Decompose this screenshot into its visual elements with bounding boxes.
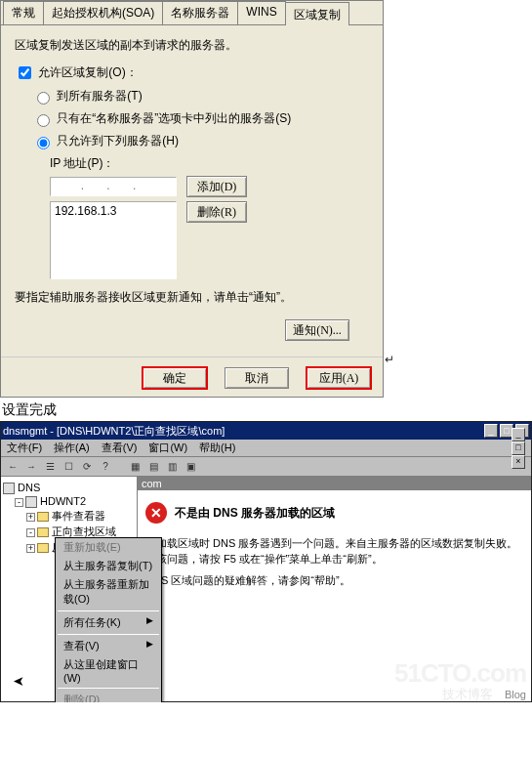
dialog-button-row: 确定 取消 应用(A)	[1, 357, 383, 389]
folder-icon	[37, 543, 49, 553]
error-title: 不是由 DNS 服务器加载的区域	[175, 505, 335, 522]
radio-only-ns-tab[interactable]	[37, 114, 50, 127]
radio-only-listed-label: 只允许到下列服务器(H)	[57, 134, 179, 147]
ctx-view[interactable]: 查看(V)	[56, 637, 161, 655]
zone-transfer-dialog: 常规 起始授权机构(SOA) 名称服务器 WINS 区域复制 区域复制发送区域的…	[0, 0, 384, 398]
secondary-notify-hint: 要指定辅助服务器接收区域更新通知，请单击“通知”。	[15, 289, 369, 306]
window-title: dnsmgmt - [DNS\HDWNT2\正向查找区域\com]	[3, 424, 225, 439]
tool-icon[interactable]: ▥	[164, 459, 180, 475]
notify-button[interactable]: 通知(N)...	[285, 319, 349, 341]
menu-file[interactable]: 文件(F)	[7, 441, 42, 455]
cursor-icon: ➤	[13, 673, 24, 689]
mmc-screenshot: dnsmgmt - [DNS\HDWNT2\正向查找区域\com] _ □ × …	[0, 421, 532, 702]
up-icon[interactable]: ☰	[42, 459, 58, 475]
list-item[interactable]: 192.168.1.3	[55, 204, 172, 218]
tab-general[interactable]: 常规	[3, 1, 44, 24]
tool-icon[interactable]: ▦	[127, 459, 143, 475]
error-line: DNS 区域问题的疑难解答，请参阅“帮助”。	[145, 572, 523, 588]
child-minimize-button[interactable]: _	[512, 428, 525, 442]
error-line: 正该问题，请按 F5 或在“操作”菜单上单击“刷新”。	[145, 551, 523, 567]
ip-list-block: IP 地址(P)： . . . 添加(D) 192.168.1.3 删除(R)	[50, 155, 369, 279]
watermark-sub: 技术博客	[442, 687, 493, 701]
expand-icon[interactable]: -	[26, 528, 35, 537]
add-button[interactable]: 添加(D)	[186, 176, 247, 197]
tab-soa[interactable]: 起始授权机构(SOA)	[43, 1, 163, 24]
radio-to-any-label: 到所有服务器(T)	[57, 89, 142, 103]
ip-address-input[interactable]: . . .	[50, 177, 177, 196]
radio-only-ns-label: 只有在“名称服务器”选项卡中列出的服务器(S)	[57, 111, 291, 125]
menu-window[interactable]: 窗口(W)	[148, 441, 187, 455]
ctx-reload-from-master[interactable]: 从主服务器重新加载(O)	[56, 575, 161, 609]
zone-transfer-description: 区域复制发送区域的副本到请求的服务器。	[15, 37, 369, 54]
menu-view[interactable]: 查看(V)	[102, 441, 138, 455]
folder-icon	[37, 527, 49, 537]
ctx-separator	[58, 634, 159, 635]
ctx-reload: 重新加载(E)	[56, 538, 161, 557]
forward-icon[interactable]: →	[23, 459, 39, 475]
child-maximize-button[interactable]: □	[512, 442, 525, 455]
refresh-icon[interactable]: ⟳	[79, 459, 95, 475]
child-close-button[interactable]: ×	[512, 455, 525, 469]
mmc-titlebar: dnsmgmt - [DNS\HDWNT2\正向查找区域\com] _ □ ×	[1, 422, 531, 440]
watermark-site: 51CTO.com	[394, 660, 526, 686]
mmc-menubar: 文件(F) 操作(A) 查看(V) 窗口(W) 帮助(H) _ □ ×	[1, 440, 531, 457]
allow-zone-transfer-label: 允许区域复制(O)：	[38, 65, 137, 79]
radio-to-any-server[interactable]	[37, 92, 50, 105]
tree-root[interactable]: DNS	[18, 482, 40, 493]
context-menu: 重新加载(E) 从主服务器复制(T) 从主服务器重新加载(O) 所有任务(K) …	[55, 537, 162, 702]
server-icon	[25, 496, 37, 508]
ctx-separator	[58, 688, 159, 689]
ip-address-label: IP 地址(P)：	[50, 155, 369, 172]
ctx-transfer-from-master[interactable]: 从主服务器复制(T)	[56, 557, 161, 575]
tool-icon[interactable]: ▣	[183, 459, 198, 475]
watermark: 51CTO.com 技术博客 Blog	[394, 660, 526, 700]
error-message: 试加载区域时 DNS 服务器遇到一个问题。来自主服务器的区域数据复制失败。 正该…	[145, 535, 523, 588]
properties-icon[interactable]: ☐	[61, 459, 76, 475]
tab-name-servers[interactable]: 名称服务器	[162, 1, 238, 24]
line-break-marker: ↵	[385, 353, 394, 366]
tree-forward-zone[interactable]: 正向查找区域	[52, 526, 116, 537]
zone-transfer-pane: 区域复制发送区域的副本到请求的服务器。 允许区域复制(O)： 到所有服务器(T)…	[1, 25, 383, 349]
expand-icon[interactable]: +	[26, 513, 35, 522]
allow-zone-transfer-checkbox[interactable]	[19, 66, 31, 79]
apply-button[interactable]: 应用(A)	[307, 367, 371, 389]
tab-zone-transfer[interactable]: 区域复制	[285, 2, 349, 25]
minimize-button[interactable]: _	[484, 424, 498, 438]
ctx-separator	[58, 610, 159, 611]
expand-icon[interactable]: -	[15, 498, 23, 507]
back-icon[interactable]: ←	[5, 459, 20, 475]
folder-icon	[37, 512, 49, 522]
dns-root-icon	[3, 483, 15, 494]
ctx-delete: 删除(D)	[56, 691, 161, 702]
server-list[interactable]: 192.168.1.3	[50, 201, 177, 279]
caption-text: 设置完成	[2, 401, 532, 419]
tab-wins[interactable]: WINS	[237, 1, 285, 24]
error-line: 试加载区域时 DNS 服务器遇到一个问题。来自主服务器的区域数据复制失败。	[145, 535, 523, 551]
ok-button[interactable]: 确定	[143, 367, 207, 389]
delete-button[interactable]: 删除(R)	[186, 201, 247, 223]
ctx-new-window[interactable]: 从这里创建窗口(W)	[56, 655, 161, 686]
help-icon[interactable]: ?	[98, 459, 113, 475]
menu-action[interactable]: 操作(A)	[54, 441, 90, 455]
menu-help[interactable]: 帮助(H)	[199, 441, 235, 455]
cancel-button[interactable]: 取消	[225, 367, 289, 389]
expand-icon[interactable]: +	[26, 544, 35, 553]
mmc-toolbar: ← → ☰ ☐ ⟳ ? ▦ ▤ ▥ ▣	[1, 457, 531, 477]
dialog-tabs: 常规 起始授权机构(SOA) 名称服务器 WINS 区域复制	[1, 1, 383, 25]
tree-event-viewer[interactable]: 事件查看器	[52, 510, 105, 522]
watermark-tag: Blog	[505, 690, 526, 700]
result-header: com	[138, 477, 531, 490]
tree-server[interactable]: HDWNT2	[40, 495, 86, 507]
error-icon: ✕	[145, 502, 167, 524]
ctx-all-tasks[interactable]: 所有任务(K)	[56, 613, 161, 632]
radio-only-listed[interactable]	[37, 137, 50, 149]
tool-icon[interactable]: ▤	[145, 459, 161, 475]
